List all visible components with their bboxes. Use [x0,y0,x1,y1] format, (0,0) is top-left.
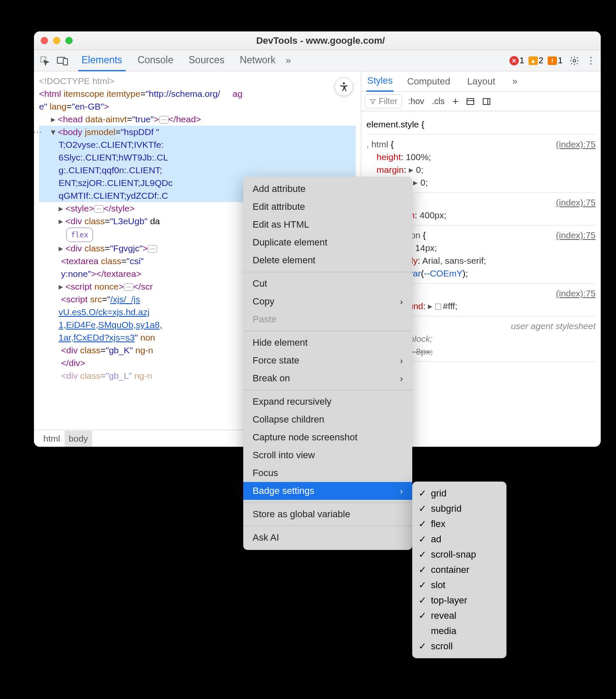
errors-count: 1 [520,56,524,65]
flex-badge[interactable]: flex [66,228,93,242]
cls-button[interactable]: .cls [430,96,446,107]
doctype-line[interactable]: <!DOCTYPE html> [39,75,356,87]
badge-settings-submenu: ✓grid ✓subgrid ✓flex ✓ad ✓scroll-snap ✓c… [412,482,506,658]
errors-badge[interactable]: ✕1 [509,56,524,65]
menu-hide-element[interactable]: Hide element [243,334,412,352]
tab-sources[interactable]: Sources [185,50,228,71]
submenu-container[interactable]: ✓container [412,562,506,578]
crumb-body[interactable]: body [65,431,93,447]
menu-copy[interactable]: Copy› [243,293,412,310]
check-icon: ✓ [418,519,427,530]
settings-gear-icon[interactable] [569,56,579,66]
issues-badge[interactable]: !1 [548,56,563,65]
warnings-badge[interactable]: ▲2 [529,56,543,65]
svg-point-4 [343,82,345,85]
tab-console[interactable]: Console [134,50,177,71]
submenu-grid[interactable]: ✓grid [412,486,506,501]
check-icon [418,626,427,637]
menu-badge-settings[interactable]: Badge settings› [243,482,412,500]
minimize-icon[interactable] [53,37,60,44]
close-icon[interactable] [41,37,48,44]
check-icon: ✓ [418,641,427,652]
window-titlebar: DevTools - www.google.com/ [34,31,601,50]
accessibility-icon[interactable] [335,77,353,96]
check-icon: ✓ [418,564,427,575]
submenu-top-layer[interactable]: ✓top-layer [412,593,506,608]
crumb-html[interactable]: html [39,431,65,447]
svg-rect-2 [63,59,68,65]
menu-delete-element[interactable]: Delete element [243,251,412,269]
check-icon: ✓ [418,503,427,514]
warnings-count: 2 [539,56,543,65]
window-traffic-lights [41,37,73,44]
source-link[interactable]: (index):75 [556,138,596,151]
html-open-2[interactable]: e" lang="en-GB"> [39,100,356,113]
check-icon: ✓ [418,488,427,499]
submenu-slot[interactable]: ✓slot [412,578,506,593]
check-icon: ✓ [418,549,427,560]
submenu-scroll[interactable]: ✓scroll [412,639,506,654]
check-icon: ✓ [418,595,427,606]
chevron-right-icon: › [400,486,403,496]
check-icon: ✓ [418,610,427,621]
menu-capture-screenshot[interactable]: Capture node screenshot [243,428,412,446]
chevron-right-icon: › [400,356,403,366]
menu-edit-as-html[interactable]: Edit as HTML [243,216,412,234]
source-link[interactable]: (index):75 [556,287,596,300]
menu-store-global[interactable]: Store as global variable [243,505,412,523]
menu-cut[interactable]: Cut [243,275,412,293]
ua-label: user agent stylesheet [511,320,596,333]
html-open[interactable]: <html itemscope itemtype="http://schema.… [39,87,356,100]
menu-expand-recursively[interactable]: Expand recursively [243,393,412,411]
submenu-subgrid[interactable]: ✓subgrid [412,501,506,516]
inspect-icon[interactable] [37,54,52,68]
new-style-rule-icon[interactable]: + [450,94,460,109]
tab-computed[interactable]: Computed [404,72,454,91]
menu-ask-ai[interactable]: Ask AI [243,529,412,547]
window-title: DevTools - www.google.com/ [73,35,568,46]
more-styles-tabs-icon[interactable]: » [512,76,518,87]
styles-tabs: Styles Computed Layout » [361,71,601,92]
submenu-ad[interactable]: ✓ad [412,532,506,547]
more-menu-icon[interactable]: ⋮ [586,55,596,66]
submenu-media[interactable]: media [412,623,506,639]
toggle-sidebar-icon[interactable] [481,97,492,106]
maximize-icon[interactable] [65,37,73,44]
menu-collapse-children[interactable]: Collapse children [243,411,412,428]
menu-duplicate-element[interactable]: Duplicate element [243,234,412,251]
source-link[interactable]: (index):75 [556,196,596,209]
filter-icon [369,98,376,105]
check-icon: ✓ [418,580,427,591]
more-tabs-chevron-icon[interactable]: » [286,55,291,66]
chevron-right-icon: › [400,374,403,383]
menu-break-on[interactable]: Break on› [243,369,412,387]
menu-scroll-into-view[interactable]: Scroll into view [243,446,412,464]
main-tabs: Elements Console Sources Network [78,50,279,71]
styles-filter-row: Filter :hov .cls + [361,92,601,111]
source-link[interactable]: (index):75 [556,229,596,242]
hov-button[interactable]: :hov [406,96,426,107]
issues-count: 1 [558,56,563,65]
computed-styles-icon[interactable] [464,97,476,106]
submenu-scroll-snap[interactable]: ✓scroll-snap [412,547,506,562]
rule-element-style[interactable]: element.style { [366,115,596,135]
menu-add-attribute[interactable]: Add attribute [243,180,412,198]
submenu-reveal[interactable]: ✓reveal [412,608,506,623]
svg-point-3 [573,59,576,62]
menu-focus[interactable]: Focus [243,464,412,482]
device-toggle-icon[interactable] [55,54,70,68]
body-element-selected[interactable]: ⋯▾<body jsmodel="hspDDf " [39,126,356,138]
menu-force-state[interactable]: Force state› [243,352,412,369]
context-menu: Add attribute Edit attribute Edit as HTM… [243,177,412,550]
styles-filter-input[interactable]: Filter [365,94,402,108]
tab-elements[interactable]: Elements [78,50,126,71]
menu-edit-attribute[interactable]: Edit attribute [243,198,412,216]
main-tab-bar: Elements Console Sources Network » ✕1 ▲2… [34,50,601,71]
tab-styles[interactable]: Styles [366,71,394,92]
tab-layout[interactable]: Layout [464,72,498,91]
expand-ellipsis-icon[interactable]: ⋯ [94,205,104,213]
submenu-flex[interactable]: ✓flex [412,516,506,532]
head-element[interactable]: ▸<head data-aimvt="true">⋯</head> [39,113,356,126]
expand-ellipsis-icon[interactable]: ⋯ [159,116,169,124]
tab-network[interactable]: Network [236,50,279,71]
